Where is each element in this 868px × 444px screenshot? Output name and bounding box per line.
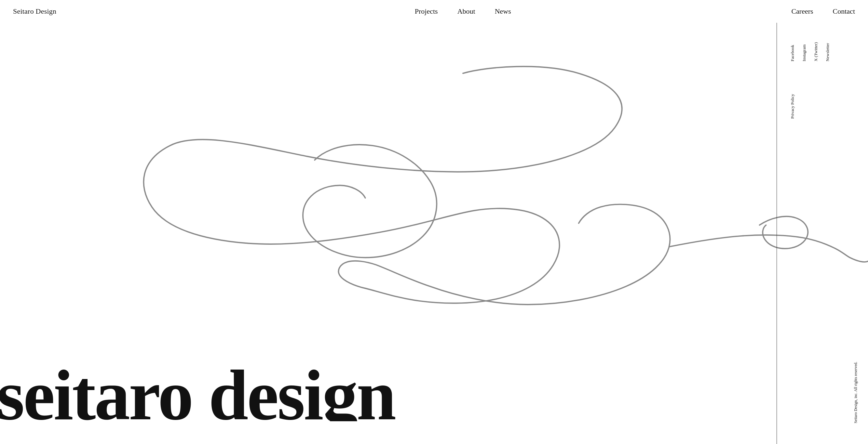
nav-about[interactable]: About: [458, 7, 475, 15]
nav-center: Projects About News: [415, 7, 511, 15]
instagram-link[interactable]: Instagram: [802, 42, 807, 61]
main-content: seitaro design: [0, 0, 868, 421]
logo[interactable]: Seitaro Design: [13, 7, 56, 15]
nav-contact[interactable]: Contact: [833, 7, 855, 15]
policy-section: Privacy Policy: [790, 94, 858, 120]
copyright-text: Seitaro Design, inc. All rights reserved…: [854, 362, 858, 423]
copyright-section: Seitaro Design, inc. All rights reserved…: [854, 362, 858, 424]
nav-projects[interactable]: Projects: [415, 7, 438, 15]
nav-news[interactable]: News: [495, 7, 511, 15]
facebook-link[interactable]: Facebook: [790, 42, 795, 61]
nav-careers[interactable]: Careers: [791, 7, 813, 15]
privacy-policy-link[interactable]: Privacy Policy: [790, 94, 795, 118]
right-panel: Facebook Instagram X (Twitter) Newslette…: [777, 23, 868, 444]
main-title: seitaro design: [0, 360, 395, 421]
nav-right: Careers Contact: [791, 7, 855, 15]
social-links: Facebook Instagram X (Twitter) Newslette…: [790, 42, 858, 61]
twitter-link[interactable]: X (Twitter): [813, 42, 818, 61]
header: Seitaro Design Projects About News Caree…: [0, 0, 868, 23]
newsletter-link[interactable]: Newsletter: [825, 42, 830, 61]
